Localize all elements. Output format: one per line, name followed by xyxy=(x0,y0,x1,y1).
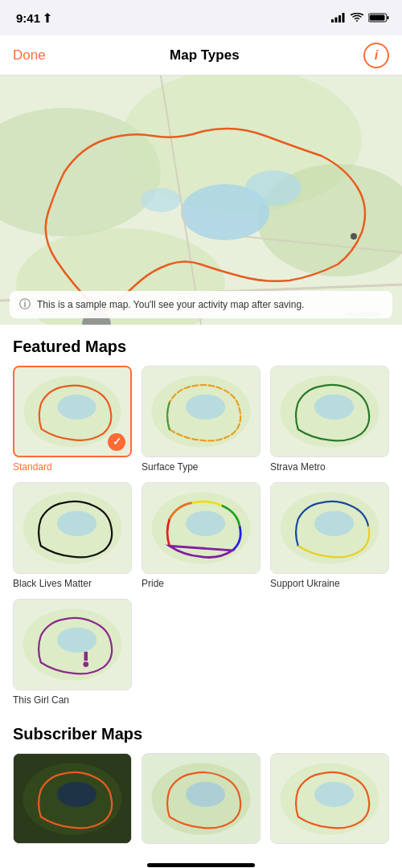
home-bar xyxy=(147,863,255,867)
map-label-standard: Standard xyxy=(13,461,52,473)
featured-section-title: Featured Maps xyxy=(13,325,389,366)
svg-rect-52 xyxy=(84,652,88,661)
status-bar: 9:41 xyxy=(0,0,402,35)
map-item-standard[interactable]: Standard xyxy=(13,366,132,473)
map-thumb-standard[interactable] xyxy=(13,366,132,457)
svg-rect-1 xyxy=(335,18,338,23)
nav-bar: Done Map Types i xyxy=(0,35,402,76)
svg-point-51 xyxy=(83,661,88,667)
selected-check xyxy=(108,433,125,451)
map-item-strava-metro[interactable]: Strava Metro xyxy=(270,366,389,473)
svg-point-41 xyxy=(57,511,96,536)
subscriber-section: Subscriber Maps xyxy=(13,712,389,858)
info-button[interactable]: i xyxy=(363,43,389,68)
map-thumb-sub-3[interactable] xyxy=(270,753,389,845)
subscriber-section-title: Subscriber Maps xyxy=(13,712,389,753)
svg-rect-3 xyxy=(343,13,345,23)
map-thumb-pride[interactable] xyxy=(142,482,260,574)
map-thumb-sub-2[interactable] xyxy=(142,753,260,845)
svg-point-58 xyxy=(186,781,225,806)
done-button[interactable]: Done xyxy=(13,47,46,63)
map-notice: ⓘ This is a sample map. You'll see your … xyxy=(10,291,392,318)
svg-point-44 xyxy=(186,511,225,536)
map-thumb-ukraine[interactable] xyxy=(270,482,389,574)
map-thumb-surface-type[interactable] xyxy=(142,366,260,457)
svg-rect-0 xyxy=(331,19,334,23)
map-item-surface-type[interactable]: Surface Type xyxy=(142,366,260,473)
status-time: 9:41 xyxy=(16,11,51,25)
notice-icon: ⓘ xyxy=(19,297,31,312)
featured-maps-grid: Standard Surface Type xyxy=(13,366,389,706)
svg-rect-6 xyxy=(388,16,389,19)
svg-point-35 xyxy=(186,395,225,420)
wifi-icon xyxy=(351,13,363,23)
time-display: 9:41 xyxy=(16,11,40,25)
svg-point-14 xyxy=(141,188,181,212)
map-thumb-sub-1[interactable] xyxy=(13,753,132,845)
home-indicator xyxy=(0,857,402,868)
svg-point-55 xyxy=(57,781,96,806)
map-label-blm: Black Lives Matter xyxy=(13,578,92,589)
battery-icon xyxy=(368,13,389,23)
status-icons xyxy=(331,13,389,23)
map-item-pride[interactable]: Pride xyxy=(142,482,260,589)
map-item-ukraine[interactable]: Support Ukraine xyxy=(270,482,389,589)
map-item-sub-2[interactable] xyxy=(142,753,260,845)
preview-map-svg: TAHOE DONNER GLENSHIRE- DEVONSHIRE Hirsc… xyxy=(0,76,402,325)
map-thumb-strava-metro[interactable] xyxy=(270,366,389,457)
svg-point-61 xyxy=(314,781,354,806)
location-icon xyxy=(43,13,51,23)
map-label-ukraine: Support Ukraine xyxy=(270,578,340,589)
map-item-blm[interactable]: Black Lives Matter xyxy=(13,482,132,589)
map-label-pride: Pride xyxy=(142,578,164,589)
svg-point-47 xyxy=(314,511,354,536)
svg-point-32 xyxy=(57,395,96,420)
svg-rect-2 xyxy=(338,15,341,23)
map-label-this-girl-can: This Girl Can xyxy=(13,694,69,706)
map-preview: TAHOE DONNER GLENSHIRE- DEVONSHIRE Hirsc… xyxy=(0,76,402,325)
svg-point-38 xyxy=(314,395,354,420)
svg-rect-5 xyxy=(370,15,385,21)
notice-text: This is a sample map. You'll see your ac… xyxy=(37,299,304,310)
subscriber-maps-grid xyxy=(13,753,389,858)
map-item-sub-3[interactable] xyxy=(270,753,389,845)
svg-point-13 xyxy=(245,170,302,206)
map-item-sub-1[interactable] xyxy=(13,753,132,845)
map-label-surface-type: Surface Type xyxy=(142,461,199,473)
map-label-strava-metro: Strava Metro xyxy=(270,461,326,473)
page-title: Map Types xyxy=(170,47,240,63)
signal-icon xyxy=(331,13,346,23)
svg-point-50 xyxy=(57,627,96,652)
map-thumb-blm[interactable] xyxy=(13,482,132,574)
svg-point-29 xyxy=(351,233,357,240)
map-thumb-this-girl-can[interactable] xyxy=(13,599,132,690)
map-item-this-girl-can[interactable]: This Girl Can xyxy=(13,599,132,706)
content-area: Featured Maps Standard xyxy=(0,325,402,857)
